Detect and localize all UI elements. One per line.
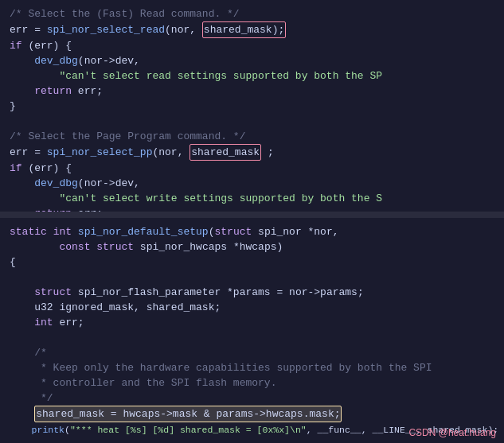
code-line: /* [10,345,494,360]
code-line [10,270,494,285]
code-line: * controller and the SPI flash memory. [10,375,494,391]
code-keyword: if [10,38,22,53]
highlighted-assignment: shared_mask = hwcaps->mask & params->hwc… [34,406,342,422]
highlighted-token: shared_mask); [202,21,286,38]
code-comment: /* Select the (Fast) Read command. */ [10,6,240,21]
watermark-text: CSDN [408,427,438,438]
code-line [10,330,494,345]
code-line: } [10,99,494,114]
code-line: static int spi_nor_default_setup(struct … [10,224,494,239]
code-line [10,437,494,443]
code-line: return err; [10,84,494,99]
code-text: spi_nor_select_read [47,22,165,37]
code-line: err = spi_nor_select_read(nor, shared_ma… [10,21,494,38]
highlighted-token-2: shared_mask [189,144,261,161]
code-line: /* Select the (Fast) Read command. */ [10,6,494,21]
bottom-code-panel: static int spi_nor_default_setup(struct … [0,218,504,443]
code-line: { [10,255,494,270]
code-text: err = [10,22,47,37]
code-line: * Keep only the hardware capabilities su… [10,360,494,375]
watermark-handle: @heat.huang [439,427,496,438]
code-line: return err; [10,206,494,215]
code-line: dev_dbg(nor->dev, [10,176,494,191]
code-line [10,114,494,129]
code-line: const struct spi_nor_hwcaps *hwcaps) [10,239,494,255]
code-line: if (err) { [10,38,494,53]
watermark: CSDN @heat.huang [408,427,496,438]
top-code-panel: /* Select the (Fast) Read command. */ er… [0,0,504,215]
code-line: int err; [10,315,494,330]
code-line: */ [10,391,494,406]
code-line: struct spi_nor_flash_parameter *params =… [10,285,494,300]
code-line: shared_mask = hwcaps->mask & params->hwc… [10,406,494,422]
code-line: err = spi_nor_select_pp(nor, shared_mask… [10,144,494,161]
code-line: "can't select read settings supported by… [10,68,494,84]
code-line: "can't select write settings supported b… [10,191,494,206]
code-line: u32 ignored_mask, shared_mask; [10,300,494,315]
code-text: (nor, [165,22,202,37]
code-line: dev_dbg(nor->dev, [10,53,494,68]
code-line: /* Select the Page Program command. */ [10,129,494,144]
code-line: if (err) { [10,161,494,176]
